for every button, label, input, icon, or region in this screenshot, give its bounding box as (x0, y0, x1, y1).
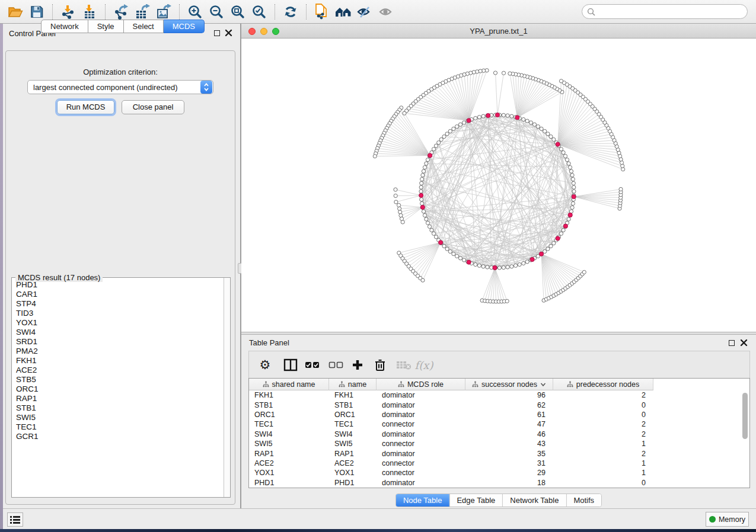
mcds-result-item[interactable]: RAP1 (12, 394, 223, 403)
column-header-name[interactable]: name (329, 379, 377, 390)
table-row[interactable]: ORC1ORC1dominator610 (249, 410, 749, 419)
delete-table-button[interactable] (395, 356, 413, 374)
mcds-result-item[interactable]: SWI4 (12, 328, 223, 337)
houses-icon (334, 5, 352, 19)
tab-edge-table[interactable]: Edge Table (449, 494, 502, 507)
mcds-result-item[interactable]: TEC1 (12, 422, 223, 432)
table-row[interactable]: YOX1YOX1connector291 (249, 468, 749, 477)
mcds-result-item[interactable]: TID3 (12, 309, 223, 318)
memory-button[interactable]: Memory (706, 512, 749, 527)
tab-style[interactable]: Style (88, 20, 124, 33)
network-window-titlebar[interactable]: YPA_prune.txt_1 (241, 24, 756, 39)
tab-node-table[interactable]: Node Table (396, 494, 449, 507)
run-mcds-button[interactable]: Run MCDS (57, 100, 114, 114)
column-type-icon (567, 381, 573, 387)
table-row[interactable]: ACE2ACE2connector311 (249, 459, 749, 468)
cell: 2 (553, 430, 653, 438)
close-panel-button[interactable]: Close panel (122, 100, 184, 114)
toolbar-separator (275, 4, 275, 20)
close-panel-icon[interactable] (225, 29, 232, 37)
zoom-selected-icon (251, 4, 267, 20)
mcds-list-scrollbar[interactable] (224, 278, 230, 497)
table-row[interactable]: PHD1PHD1dominator180 (249, 478, 749, 488)
tab-network[interactable]: Network (41, 20, 88, 33)
import-network-button[interactable] (58, 2, 79, 21)
tab-mcds[interactable]: MCDS (164, 20, 205, 33)
column-header-shared-name[interactable]: shared name (249, 379, 329, 390)
cell: SWI4 (329, 430, 377, 438)
table-row[interactable]: TEC1TEC1connector472 (249, 419, 749, 429)
open-folder-icon (8, 5, 23, 19)
search-input[interactable] (598, 8, 742, 16)
application-window: Control Panel Optimization criterion: la… (0, 0, 756, 529)
table-row[interactable]: STB1STB1dominator620 (249, 400, 749, 409)
mcds-result-item[interactable]: STP4 (12, 299, 223, 309)
refresh-layout-button[interactable] (280, 2, 301, 21)
tab-select[interactable]: Select (124, 20, 164, 33)
zoom-in-button[interactable] (184, 2, 206, 21)
mcds-result-item[interactable]: PMA2 (12, 347, 223, 356)
mcds-result-item[interactable]: STB5 (12, 375, 223, 384)
hide-details-button[interactable] (354, 2, 375, 21)
criterion-dropdown[interactable]: largest connected component (undirected) (27, 80, 213, 94)
float-table-panel-icon[interactable] (729, 340, 735, 346)
export-network-button[interactable] (110, 2, 132, 21)
zoom-out-button[interactable] (206, 2, 227, 21)
task-history-button[interactable] (7, 512, 23, 527)
clone-network-button[interactable] (311, 2, 333, 21)
mcds-result-item[interactable]: GCR1 (12, 432, 223, 441)
zoom-selected-button[interactable] (248, 2, 270, 21)
deselect-all-button[interactable] (327, 356, 345, 374)
desktop-wallpaper-bottom (0, 529, 756, 532)
mcds-result-item[interactable]: ORC1 (12, 384, 223, 394)
table-row[interactable]: SWI4SWI4dominator462 (249, 430, 749, 439)
save-session-button[interactable] (26, 2, 47, 21)
cell: TEC1 (249, 420, 329, 428)
float-panel-icon[interactable] (214, 30, 220, 36)
mcds-result-item[interactable]: PHD1 (12, 280, 223, 290)
column-type-icon (472, 381, 479, 387)
mcds-result-item[interactable]: CAR1 (12, 290, 223, 299)
table-scrollbar-thumb[interactable] (742, 393, 748, 439)
eye-icon (378, 5, 394, 19)
export-table-button[interactable] (132, 2, 153, 21)
open-file-button[interactable] (5, 2, 26, 21)
home-button[interactable] (333, 2, 354, 21)
mcds-result-item[interactable]: YOX1 (12, 318, 223, 328)
table-row[interactable]: RAP1RAP1dominator352 (249, 448, 749, 458)
column-header-MCDS-role[interactable]: MCDS role (377, 379, 465, 390)
delete-column-button[interactable] (371, 356, 389, 374)
refresh-icon (283, 4, 298, 20)
export-image-button[interactable] (153, 2, 174, 21)
mcds-result-item[interactable]: SWI5 (12, 413, 223, 422)
tab-motifs[interactable]: Motifs (566, 494, 601, 507)
column-header-successor-nodes[interactable]: successor nodes (465, 379, 553, 390)
mcds-result-item[interactable]: SRD1 (12, 337, 223, 347)
show-details-button[interactable] (375, 2, 397, 21)
table-row[interactable]: SWI5SWI5connector431 (249, 439, 749, 448)
mcds-result-item[interactable]: ACE2 (12, 366, 223, 375)
export-network-icon (113, 4, 129, 20)
column-settings-button[interactable]: ⚙ (256, 356, 274, 374)
table-row[interactable]: FKH1FKH1dominator962 (249, 390, 749, 400)
zoom-fit-button[interactable] (227, 2, 248, 21)
split-view-button[interactable] (282, 356, 299, 374)
tab-network-table[interactable]: Network Table (502, 494, 566, 507)
apply-function-button[interactable]: f(x) (415, 356, 433, 374)
network-graph[interactable] (241, 39, 756, 332)
mcds-result-item[interactable]: STB1 (12, 403, 223, 413)
network-view-canvas[interactable] (241, 39, 756, 332)
column-header-predecessor-nodes[interactable]: predecessor nodes (553, 379, 653, 390)
close-table-panel-icon[interactable] (740, 339, 748, 347)
table-panel-tabs: Node TableEdge TableNetwork TableMotifs (395, 493, 602, 507)
split-view-icon (283, 358, 298, 371)
column-type-icon (263, 381, 269, 387)
mcds-result-item[interactable]: FKH1 (12, 356, 223, 366)
import-table-button[interactable] (79, 2, 100, 21)
cell: ACE2 (249, 459, 329, 467)
cell: ACE2 (329, 459, 377, 467)
cell: dominator (377, 430, 465, 438)
mcds-result-list[interactable]: PHD1CAR1STP4TID3YOX1SWI4SRD1PMA2FKH1ACE2… (12, 280, 223, 496)
add-column-button[interactable] (349, 356, 366, 374)
select-all-button[interactable] (304, 356, 321, 374)
